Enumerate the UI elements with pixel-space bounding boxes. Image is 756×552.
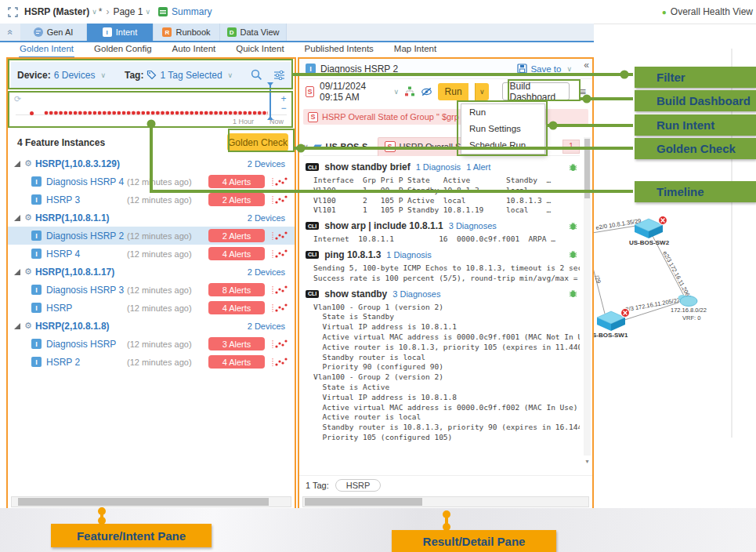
trend-sparkline-icon[interactable]	[271, 249, 288, 260]
tag-pill[interactable]: HSRP	[335, 479, 382, 492]
feature-group-row[interactable]: ⚙ HSRP(1,10.8.1.1) 2 Devices	[8, 209, 295, 227]
menu-item-schedule-run[interactable]: Schedule Run	[461, 137, 544, 154]
alerts-button[interactable]: 4 Alerts	[208, 355, 265, 369]
group-devices-link[interactable]: 2 Devices	[248, 159, 285, 169]
alerts-button[interactable]: 4 Alerts	[208, 301, 265, 314]
expand-window-icon[interactable]	[8, 7, 18, 17]
vertical-scrollbar[interactable]: ▾	[584, 137, 591, 456]
intent-instance-row[interactable]: I Diagnosis HSRP (12 minutes ago) 3 Aler…	[8, 335, 295, 353]
scroll-down-arrow-icon[interactable]: ▾	[584, 458, 591, 465]
cli-results-area[interactable]: CLI show standby brief 1 Diagnosis 1 Ale…	[306, 157, 580, 456]
intent-instance-row-selected[interactable]: I Diagnosis HSRP 2 (12 minutes ago) 2 Al…	[8, 227, 295, 245]
menu-item-run[interactable]: Run	[461, 104, 544, 121]
timeline-slider-handle[interactable]	[266, 82, 274, 120]
device-tab[interactable]: US-BOS-S...	[326, 142, 374, 151]
subtab-auto-intent[interactable]: Auto Intent	[162, 42, 226, 57]
map-name-caret-icon[interactable]: ∨	[92, 8, 97, 16]
timeline-zoom-out-button[interactable]: −	[279, 104, 288, 113]
diagnosis-link[interactable]: 1 Diagnosis	[416, 162, 461, 172]
feature-group-row[interactable]: ⚙ HSRP(1,10.8.3.129) 2 Devices	[8, 154, 295, 172]
intent-instance-row[interactable]: I HSRP 2 (12 minutes ago) 4 Alerts	[8, 353, 295, 371]
tag-caret-icon[interactable]: ∨	[228, 71, 233, 79]
golden-check-button[interactable]: Golden Check	[227, 133, 288, 151]
diagnosis-link[interactable]: 3 Diagnoses	[392, 289, 440, 299]
diagnosis-bug-icon[interactable]	[568, 221, 578, 231]
trend-sparkline-icon[interactable]	[271, 357, 288, 368]
intent-instance-row[interactable]: I Diagnosis HSRP 3 (12 minutes ago) 8 Al…	[8, 281, 295, 299]
build-dashboard-button[interactable]: Build Dashboard	[502, 82, 570, 100]
device-selector[interactable]: 6 Devices	[54, 70, 96, 81]
scrollbar-thumb[interactable]	[18, 498, 269, 506]
feature-group-row[interactable]: ⚙ HSRP(1,10.8.1.17) 2 Devices	[8, 263, 295, 281]
page-caret-icon[interactable]: ∨	[145, 8, 150, 16]
trend-sparkline-icon[interactable]	[271, 303, 288, 314]
alerts-button[interactable]: 2 Alerts	[208, 193, 265, 206]
summary-link[interactable]: Summary	[172, 6, 212, 17]
group-devices-link[interactable]: 2 Devices	[248, 267, 285, 277]
feature-group-row[interactable]: ⚙ HSRP(2,10.8.1.8) 2 Devices	[8, 317, 295, 335]
intent-instance-row[interactable]: I HSRP (12 minutes ago) 4 Alerts	[8, 299, 295, 317]
diagnosis-link[interactable]: 1 Diagnosis	[386, 250, 431, 260]
group-devices-link[interactable]: 2 Devices	[248, 321, 285, 331]
collapse-pane-icon[interactable]: «	[584, 60, 589, 71]
tab-intent[interactable]: I Intent	[87, 24, 154, 41]
hide-eye-icon[interactable]	[421, 87, 432, 96]
switch-node-us-bos-sw1[interactable]: S-BOS-SW1	[592, 309, 630, 340]
tab-data-view[interactable]: D Data View	[220, 24, 287, 41]
page-name[interactable]: Page 1	[113, 6, 143, 17]
expand-triangle-icon[interactable]	[14, 161, 20, 167]
menu-item-run-settings[interactable]: Run Settings	[461, 121, 544, 137]
refresh-icon[interactable]: ⟳	[14, 94, 21, 104]
alerts-button[interactable]: 4 Alerts	[208, 247, 265, 260]
alerts-button[interactable]: 4 Alerts	[208, 175, 265, 188]
diagnosis-bug-icon[interactable]	[568, 162, 578, 172]
expand-triangle-icon[interactable]	[14, 323, 20, 329]
device-caret-icon[interactable]: ∨	[100, 71, 106, 79]
alert-timeline[interactable]: ⟳ 1 Hour Now + −	[11, 94, 291, 129]
scrollbar-thumb[interactable]	[305, 498, 422, 506]
run-button[interactable]: Run	[438, 83, 468, 100]
subtab-quick-intent[interactable]: Quick Intent	[226, 42, 294, 57]
diagnosis-link[interactable]: 3 Diagnoses	[449, 221, 497, 231]
run-caret-button[interactable]: ∨	[475, 83, 488, 100]
trend-sparkline-icon[interactable]	[271, 339, 288, 350]
compare-hierarchy-icon[interactable]	[404, 86, 415, 96]
trend-sparkline-icon[interactable]	[271, 194, 288, 205]
subtab-golden-intent[interactable]: Golden Intent	[9, 42, 84, 57]
save-to-button[interactable]: Save to ∨	[517, 64, 572, 74]
diagnosis-bug-icon[interactable]	[568, 289, 578, 299]
intent-instance-row[interactable]: I HSRP 4 (12 minutes ago) 4 Alerts	[8, 245, 295, 263]
device-caret-icon[interactable]: ∨	[303, 143, 309, 151]
trend-sparkline-icon[interactable]	[271, 176, 288, 187]
expand-triangle-icon[interactable]	[14, 215, 20, 221]
more-menu-icon[interactable]: ≡	[580, 85, 586, 98]
trend-sparkline-icon[interactable]	[271, 231, 288, 242]
map-name[interactable]: HSRP (Master)	[24, 6, 89, 17]
alert-banner[interactable]: S HSRP Overall State of Group " $grp " -…	[303, 109, 588, 125]
tag-selector[interactable]: 1 Tag Selected	[160, 70, 222, 81]
alert-link[interactable]: 1 Alert	[466, 162, 490, 172]
subtab-golden-config[interactable]: Golden Config	[84, 42, 162, 57]
expand-triangle-icon[interactable]	[14, 269, 20, 275]
subtab-published-intents[interactable]: Published Intents	[295, 42, 384, 57]
collapse-ribbon-icon[interactable]: «	[0, 24, 20, 41]
intent-instance-row[interactable]: I HSRP 3 (12 minutes ago) 2 Alerts	[8, 191, 295, 209]
subtab-map-intent[interactable]: Map Intent	[384, 42, 447, 57]
tab-runbook[interactable]: R Runbook	[154, 24, 220, 41]
alerts-button[interactable]: 8 Alerts	[208, 283, 265, 296]
alerts-button[interactable]: 3 Alerts	[208, 337, 265, 350]
scrollbar-thumb[interactable]	[584, 139, 590, 198]
result-timestamp[interactable]: 09/11/2024 09:15 AM	[320, 81, 386, 103]
tab-gen-ai[interactable]: Gen AI	[20, 24, 87, 41]
timestamp-caret-icon[interactable]: ∨	[394, 88, 400, 96]
intent-instance-row[interactable]: I Diagnosis HSRP 4 (12 minutes ago) 4 Al…	[8, 172, 295, 191]
group-devices-link[interactable]: 2 Devices	[248, 213, 285, 223]
horizontal-scrollbar[interactable]	[11, 496, 291, 507]
trend-sparkline-icon[interactable]	[271, 285, 288, 296]
diagnosis-bug-icon[interactable]	[568, 249, 578, 260]
horizontal-scrollbar[interactable]	[302, 496, 589, 507]
alerts-button[interactable]: 2 Alerts	[208, 229, 265, 242]
overall-health-view[interactable]: ● Overall Health View	[662, 6, 756, 17]
search-icon[interactable]	[251, 69, 262, 81]
filter-icon[interactable]	[273, 70, 285, 80]
